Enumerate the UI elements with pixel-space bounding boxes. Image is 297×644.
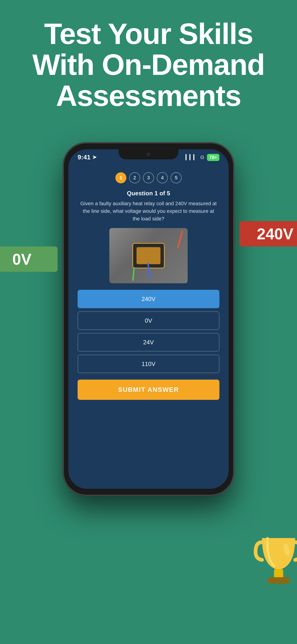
relay-background (109, 228, 188, 283)
progress-dot-3: 3 (143, 172, 154, 183)
battery-badge: 78+ (207, 154, 220, 161)
screen-content: 1 2 3 4 5 Question 1 of 5 Given a faulty… (68, 166, 228, 489)
camera-icon (147, 152, 150, 156)
progress-dot-2: 2 (129, 172, 140, 183)
progress-dot-1: 1 (115, 172, 126, 183)
location-arrow-icon: ➤ (92, 154, 96, 160)
hero-line2: With On-Demand (14, 49, 283, 80)
question-text: Given a faulty auxiliary heat relay coil… (78, 200, 220, 222)
question-image (109, 228, 188, 283)
progress-dot-4: 4 (157, 172, 168, 183)
phone-mockup: 9:41 ➤ ▎▎▎ ⊙ 78+ 1 2 3 4 5 Question 1 of… (63, 143, 234, 495)
floating-label-0v: 0V (0, 246, 58, 272)
question-label: Question 1 of 5 (127, 190, 170, 197)
option-240v[interactable]: 240V (78, 290, 220, 308)
wifi-icon: ⊙ (200, 154, 204, 160)
phone-screen: 9:41 ➤ ▎▎▎ ⊙ 78+ 1 2 3 4 5 Question 1 of… (68, 149, 228, 489)
wire-green (132, 267, 135, 281)
trophy-icon (253, 531, 297, 591)
option-24v[interactable]: 24V (78, 333, 220, 352)
progress-dot-5: 5 (170, 172, 182, 183)
submit-answer-button[interactable]: SUBMIT ANSWER (78, 380, 220, 400)
phone-notch (118, 149, 178, 160)
option-0v[interactable]: 0V (78, 312, 220, 330)
hero-line3: Assessments (14, 80, 283, 111)
status-time: 9:41 ➤ (78, 154, 96, 161)
answer-options: 240V 0V 24V 110V (78, 290, 220, 373)
hero-line1: Test Your Skills (14, 18, 283, 49)
status-right-icons: ▎▎▎ ⊙ 78+ (186, 154, 220, 161)
svg-rect-2 (268, 577, 290, 584)
progress-dots: 1 2 3 4 5 (115, 172, 182, 183)
option-110v[interactable]: 110V (78, 355, 220, 373)
floating-label-240v: 240V (240, 221, 297, 246)
hero-title: Test Your Skills With On-Demand Assessme… (0, 18, 297, 111)
relay-inner (136, 247, 160, 264)
wire-red (177, 230, 183, 249)
signal-icon: ▎▎▎ (186, 154, 197, 160)
